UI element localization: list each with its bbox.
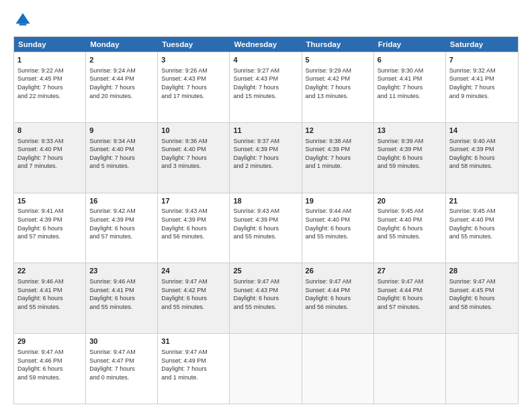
calendar-cell: 23Sunrise: 9:46 AM Sunset: 4:41 PM Dayli… xyxy=(86,263,158,333)
calendar-cell xyxy=(374,334,446,404)
calendar-cell: 6Sunrise: 9:30 AM Sunset: 4:41 PM Daylig… xyxy=(374,52,446,122)
svg-marker-0 xyxy=(16,13,30,24)
day-info: Sunrise: 9:47 AM Sunset: 4:44 PM Dayligh… xyxy=(306,277,370,311)
day-info: Sunrise: 9:39 AM Sunset: 4:39 PM Dayligh… xyxy=(378,137,442,171)
page: SundayMondayTuesdayWednesdayThursdayFrid… xyxy=(0,0,532,411)
day-info: Sunrise: 9:33 AM Sunset: 4:40 PM Dayligh… xyxy=(17,137,82,171)
calendar-cell: 11Sunrise: 9:37 AM Sunset: 4:39 PM Dayli… xyxy=(230,123,302,193)
calendar-cell: 25Sunrise: 9:47 AM Sunset: 4:43 PM Dayli… xyxy=(230,263,302,333)
day-number: 29 xyxy=(17,336,82,347)
calendar-header-wednesday: Wednesday xyxy=(230,37,302,52)
calendar-cell: 7Sunrise: 9:32 AM Sunset: 4:41 PM Daylig… xyxy=(446,52,518,122)
calendar-header-tuesday: Tuesday xyxy=(158,37,230,52)
day-number: 11 xyxy=(233,126,298,136)
day-info: Sunrise: 9:30 AM Sunset: 4:41 PM Dayligh… xyxy=(378,66,442,100)
calendar-header-row: SundayMondayTuesdayWednesdayThursdayFrid… xyxy=(14,37,518,52)
calendar-header-friday: Friday xyxy=(374,37,446,52)
calendar-header-monday: Monday xyxy=(86,37,158,52)
day-info: Sunrise: 9:47 AM Sunset: 4:45 PM Dayligh… xyxy=(449,277,515,311)
day-info: Sunrise: 9:47 AM Sunset: 4:43 PM Dayligh… xyxy=(233,277,298,311)
day-number: 22 xyxy=(17,266,82,276)
day-number: 20 xyxy=(378,196,442,206)
calendar-cell: 30Sunrise: 9:47 AM Sunset: 4:47 PM Dayli… xyxy=(86,334,158,404)
day-info: Sunrise: 9:45 AM Sunset: 4:40 PM Dayligh… xyxy=(449,207,515,240)
day-info: Sunrise: 9:46 AM Sunset: 4:41 PM Dayligh… xyxy=(89,277,154,311)
day-info: Sunrise: 9:32 AM Sunset: 4:41 PM Dayligh… xyxy=(449,66,515,100)
calendar-cell: 19Sunrise: 9:44 AM Sunset: 4:40 PM Dayli… xyxy=(302,193,374,263)
calendar-cell: 12Sunrise: 9:38 AM Sunset: 4:39 PM Dayli… xyxy=(302,123,374,193)
day-info: Sunrise: 9:44 AM Sunset: 4:40 PM Dayligh… xyxy=(306,207,370,240)
day-info: Sunrise: 9:40 AM Sunset: 4:39 PM Dayligh… xyxy=(449,137,515,171)
calendar-cell: 5Sunrise: 9:29 AM Sunset: 4:42 PM Daylig… xyxy=(302,52,374,122)
calendar-cell: 8Sunrise: 9:33 AM Sunset: 4:40 PM Daylig… xyxy=(14,123,86,193)
day-info: Sunrise: 9:36 AM Sunset: 4:40 PM Dayligh… xyxy=(161,137,226,171)
day-number: 12 xyxy=(306,126,370,136)
calendar-cell: 21Sunrise: 9:45 AM Sunset: 4:40 PM Dayli… xyxy=(446,193,518,263)
calendar-cell: 26Sunrise: 9:47 AM Sunset: 4:44 PM Dayli… xyxy=(302,263,374,333)
calendar-cell xyxy=(230,334,302,404)
day-number: 28 xyxy=(449,266,515,276)
calendar-cell: 28Sunrise: 9:47 AM Sunset: 4:45 PM Dayli… xyxy=(446,263,518,333)
day-number: 25 xyxy=(233,266,298,276)
day-number: 4 xyxy=(233,55,298,65)
day-number: 24 xyxy=(161,266,226,276)
calendar-cell: 29Sunrise: 9:47 AM Sunset: 4:46 PM Dayli… xyxy=(14,334,86,404)
calendar-cell: 14Sunrise: 9:40 AM Sunset: 4:39 PM Dayli… xyxy=(446,123,518,193)
calendar-week-4: 22Sunrise: 9:46 AM Sunset: 4:41 PM Dayli… xyxy=(14,263,518,333)
calendar-header-thursday: Thursday xyxy=(302,37,374,52)
calendar-cell xyxy=(302,334,374,404)
day-number: 10 xyxy=(161,126,226,136)
calendar: SundayMondayTuesdayWednesdayThursdayFrid… xyxy=(13,36,519,404)
calendar-week-3: 15Sunrise: 9:41 AM Sunset: 4:39 PM Dayli… xyxy=(14,193,518,263)
day-info: Sunrise: 9:47 AM Sunset: 4:47 PM Dayligh… xyxy=(89,348,154,381)
day-number: 18 xyxy=(233,196,298,206)
logo xyxy=(13,11,35,30)
day-number: 16 xyxy=(89,196,154,206)
day-number: 5 xyxy=(306,55,370,65)
calendar-body: 1Sunrise: 9:22 AM Sunset: 4:45 PM Daylig… xyxy=(14,52,518,404)
day-number: 21 xyxy=(449,196,515,206)
day-info: Sunrise: 9:37 AM Sunset: 4:39 PM Dayligh… xyxy=(233,137,298,171)
calendar-cell: 10Sunrise: 9:36 AM Sunset: 4:40 PM Dayli… xyxy=(158,123,230,193)
day-number: 1 xyxy=(17,55,82,65)
day-info: Sunrise: 9:46 AM Sunset: 4:41 PM Dayligh… xyxy=(17,277,82,311)
calendar-header-sunday: Sunday xyxy=(14,37,86,52)
day-number: 17 xyxy=(161,196,226,206)
day-number: 30 xyxy=(89,336,154,347)
calendar-cell xyxy=(446,334,518,404)
day-number: 8 xyxy=(17,126,82,136)
day-info: Sunrise: 9:43 AM Sunset: 4:39 PM Dayligh… xyxy=(161,207,226,240)
calendar-header-saturday: Saturday xyxy=(446,37,518,52)
calendar-cell: 24Sunrise: 9:47 AM Sunset: 4:42 PM Dayli… xyxy=(158,263,230,333)
calendar-cell: 3Sunrise: 9:26 AM Sunset: 4:43 PM Daylig… xyxy=(158,52,230,122)
day-info: Sunrise: 9:29 AM Sunset: 4:42 PM Dayligh… xyxy=(306,66,370,100)
day-info: Sunrise: 9:27 AM Sunset: 4:43 PM Dayligh… xyxy=(233,66,298,100)
day-number: 15 xyxy=(17,196,82,206)
day-number: 19 xyxy=(306,196,370,206)
day-number: 26 xyxy=(306,266,370,276)
day-info: Sunrise: 9:26 AM Sunset: 4:43 PM Dayligh… xyxy=(161,66,226,100)
day-number: 3 xyxy=(161,55,226,65)
day-number: 2 xyxy=(89,55,154,65)
day-number: 31 xyxy=(161,336,226,347)
day-info: Sunrise: 9:45 AM Sunset: 4:40 PM Dayligh… xyxy=(378,207,442,240)
calendar-cell: 9Sunrise: 9:34 AM Sunset: 4:40 PM Daylig… xyxy=(86,123,158,193)
day-info: Sunrise: 9:34 AM Sunset: 4:40 PM Dayligh… xyxy=(89,137,154,171)
calendar-week-1: 1Sunrise: 9:22 AM Sunset: 4:45 PM Daylig… xyxy=(14,52,518,122)
header xyxy=(13,11,519,30)
calendar-cell: 2Sunrise: 9:24 AM Sunset: 4:44 PM Daylig… xyxy=(86,52,158,122)
day-info: Sunrise: 9:41 AM Sunset: 4:39 PM Dayligh… xyxy=(17,207,82,240)
day-info: Sunrise: 9:22 AM Sunset: 4:45 PM Dayligh… xyxy=(17,66,82,100)
day-number: 14 xyxy=(449,126,515,136)
calendar-cell: 27Sunrise: 9:47 AM Sunset: 4:44 PM Dayli… xyxy=(374,263,446,333)
logo-icon xyxy=(13,11,32,30)
day-info: Sunrise: 9:42 AM Sunset: 4:39 PM Dayligh… xyxy=(89,207,154,240)
calendar-cell: 20Sunrise: 9:45 AM Sunset: 4:40 PM Dayli… xyxy=(374,193,446,263)
day-info: Sunrise: 9:47 AM Sunset: 4:46 PM Dayligh… xyxy=(17,348,82,381)
day-info: Sunrise: 9:47 AM Sunset: 4:44 PM Dayligh… xyxy=(378,277,442,311)
day-info: Sunrise: 9:43 AM Sunset: 4:39 PM Dayligh… xyxy=(233,207,298,240)
calendar-cell: 4Sunrise: 9:27 AM Sunset: 4:43 PM Daylig… xyxy=(230,52,302,122)
day-info: Sunrise: 9:24 AM Sunset: 4:44 PM Dayligh… xyxy=(89,66,154,100)
day-info: Sunrise: 9:47 AM Sunset: 4:49 PM Dayligh… xyxy=(161,348,226,381)
day-number: 7 xyxy=(449,55,515,65)
